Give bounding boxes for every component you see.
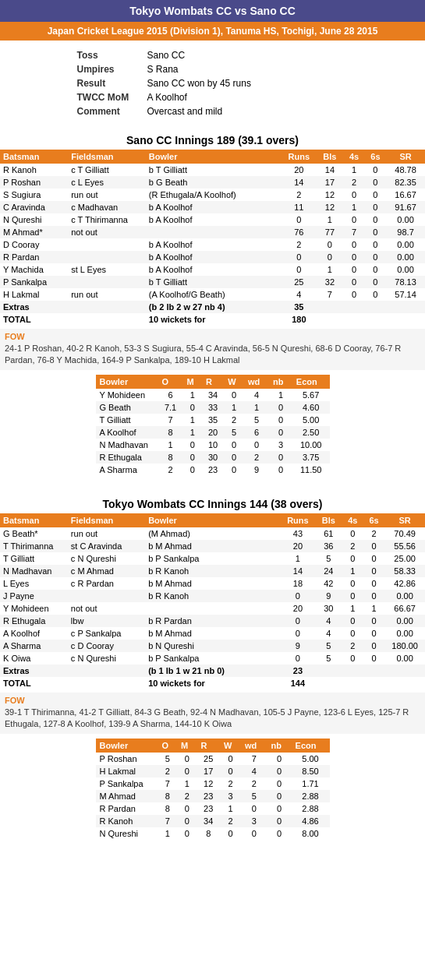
innings2-bowler-cell: 25 [197, 753, 219, 765]
innings1-cell: c T Thirimanna [68, 213, 146, 226]
innings1-cell [262, 213, 282, 226]
match-info: Toss Sano CC Umpires S Rana Result Sano … [73, 48, 353, 118]
innings1-cell [262, 263, 282, 276]
innings2-cell [261, 627, 281, 640]
innings2-cell: 2 [342, 640, 363, 652]
innings1-cell: 17 [316, 176, 343, 189]
innings2-cell: 1 [342, 602, 363, 615]
innings1-row: M Ahmad*not out76777098.7 [0, 226, 425, 238]
innings2-bowler-cell: 34 [197, 815, 219, 827]
innings2-bowler-cell: 5 [158, 753, 178, 765]
innings2-cell: 9 [281, 640, 315, 652]
match-title: Tokyo Wombats CC vs Sano CC [0, 0, 425, 22]
innings1-bowler-cell: 0 [183, 439, 202, 451]
innings1-bowler-cell: 0 [269, 464, 292, 476]
innings2-bowler-cell: R Kanoh [96, 815, 158, 827]
innings1-bowler-row: A Sharma202309011.50 [96, 464, 330, 476]
innings1-cell: 25 [282, 276, 316, 288]
innings1-cell: 0 [316, 251, 343, 263]
innings1-cell: b A Koolhof [146, 213, 262, 226]
innings1-cell [365, 301, 386, 313]
innings2-cell: 0.00 [384, 652, 425, 664]
innings2-cell [261, 540, 281, 552]
innings2-cell: 42 [315, 577, 342, 590]
info-row-result: Result Sano CC won by 45 runs [73, 76, 353, 90]
innings1-bowler-cell: 6 [244, 426, 269, 439]
innings1-row: C Aravindac Madhavanb A Koolhof11121091.… [0, 201, 425, 213]
innings1-cell: b A Koolhof [146, 251, 262, 263]
innings1-cell: 10 wickets for [146, 313, 262, 326]
innings2-bowler-row: R Pardan80231002.88 [96, 802, 330, 815]
innings1-cell: 180 [282, 313, 316, 326]
innings1-cell: 20 [282, 164, 316, 176]
innings1-cell: run out [68, 189, 146, 201]
innings1-bowler-cell: 0 [224, 451, 244, 464]
innings1-bowler-cell: 0 [183, 401, 202, 414]
innings2-cell: 1 [363, 602, 384, 615]
innings2-cell [261, 590, 281, 602]
innings1-cell [262, 313, 282, 326]
innings2-cell: 0 [342, 590, 363, 602]
bcol2-nb: nb [267, 739, 291, 753]
innings1-cell: c Madhavan [68, 201, 146, 213]
innings1-cell [386, 313, 425, 326]
innings1-cell: 0 [365, 238, 386, 251]
innings1-cell: 57.14 [386, 288, 425, 301]
innings1-bowler-cell: 23 [202, 464, 224, 476]
innings2-row: R Ethugalalbwb R Pardan04000.00 [0, 615, 425, 627]
innings1-cell: P Roshan [0, 176, 68, 189]
innings1-bowler-cell: 5.00 [292, 414, 330, 426]
innings1-cell: H Lakmal [0, 288, 68, 301]
innings1-cell: D Cooray [0, 238, 68, 251]
innings1-cell: 1 [316, 213, 343, 226]
innings2-bowler-row: N Qureshi1080008.00 [96, 827, 330, 840]
innings1-bowler-cell: 0 [269, 401, 292, 414]
innings2-cell [261, 577, 281, 590]
innings1-bowler-cell: 0 [269, 426, 292, 439]
innings1-cell [262, 251, 282, 263]
innings2-bowler-cell: 0 [177, 815, 197, 827]
innings1-bowler-cell: 0 [224, 389, 244, 401]
innings1-cell: 0 [282, 213, 316, 226]
bcol-nb: nb [269, 375, 292, 389]
innings1-cell: (b 2 lb 2 w 27 nb 4) [146, 301, 262, 313]
innings1-cell [262, 201, 282, 213]
innings2-fow: FOW 39-1 T Thirimanna, 41-2 T Gilliatt, … [0, 693, 425, 734]
innings1-bowler-cell: 34 [202, 389, 224, 401]
innings1-cell: c T Gilliatt [68, 164, 146, 176]
innings2-bowler-cell: 2 [177, 790, 197, 802]
innings1-bowler-cell: 3 [269, 439, 292, 451]
innings2-cell: 4 [315, 615, 342, 627]
innings1-cell: 0 [282, 251, 316, 263]
innings2-cell: 14 [281, 565, 315, 577]
col-spacer [262, 150, 282, 164]
innings2-cell: 0 [363, 640, 384, 652]
innings1-cell [146, 226, 262, 238]
toss-value: Sano CC [143, 48, 353, 62]
innings1-bowler-cell: 20 [202, 426, 224, 439]
innings2-bowler-cell: 0 [177, 765, 197, 777]
innings2-bowler-table: Bowler O M R W wd nb Econ P Roshan502507… [96, 739, 330, 840]
innings2-cell: 70.49 [384, 527, 425, 540]
innings2-bowler-cell: R Pardan [96, 802, 158, 815]
innings1-fow: FOW 24-1 P Roshan, 40-2 R Kanoh, 53-3 S … [0, 329, 425, 370]
innings1-bowler-cell: 4 [244, 389, 269, 401]
innings1-cell: 32 [316, 276, 343, 288]
innings2-row: L Eyesc R Pardanb M Ahmad18420042.86 [0, 577, 425, 590]
innings1-cell: 0 [316, 238, 343, 251]
col-fieldsman: Fieldsman [68, 150, 146, 164]
innings2-bowler-cell: 3 [241, 815, 267, 827]
innings1-cell: Extras [0, 301, 68, 313]
innings1-cell: b T Gilliatt [146, 164, 262, 176]
innings2-cell: 0 [363, 615, 384, 627]
col-4s: 4s [343, 150, 364, 164]
innings1-fow-text: 24-1 P Roshan, 40-2 R Kanoh, 53-3 S Sugi… [5, 343, 420, 367]
innings1-cell: 0 [343, 189, 364, 201]
innings1-cell: 0 [365, 213, 386, 226]
innings2-cell: 0 [363, 540, 384, 552]
innings1-bowler-cell: 1 [183, 426, 202, 439]
innings2-cell: 36 [315, 540, 342, 552]
innings1-cell: 82.35 [386, 176, 425, 189]
innings2-bowler-cell: 1 [158, 827, 178, 840]
innings2-cell [384, 677, 425, 689]
